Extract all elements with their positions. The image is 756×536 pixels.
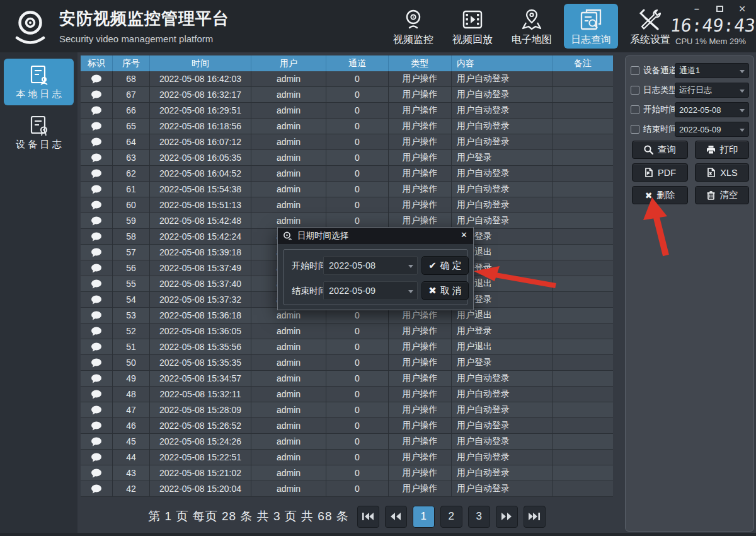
cell-channel: 0	[326, 103, 389, 119]
cell-type: 用户操作	[389, 323, 452, 339]
log-table-row[interactable]: 442022-05-08 15:22:51admin0用户操作用户自动登录	[81, 450, 613, 465]
log-table-row[interactable]: 422022-05-08 15:20:04admin0用户操作用户自动登录	[81, 481, 613, 497]
checkbox-end-time[interactable]	[631, 125, 639, 134]
table-header-row: 标识 序号 时间 用户 通道 类型 内容 备注	[81, 55, 613, 71]
comment-icon	[91, 169, 102, 178]
cell-time: 2022-05-08 15:42:48	[150, 213, 251, 229]
cell-time: 2022-05-08 15:51:13	[150, 197, 251, 213]
cell-time: 2022-05-08 15:35:35	[150, 355, 251, 371]
comment-icon	[91, 374, 102, 383]
log-table-row[interactable]: 622022-05-08 16:04:52admin0用户操作用户自动登录	[81, 166, 613, 182]
page-button-1[interactable]: 1	[413, 506, 435, 528]
maximize-icon[interactable]	[716, 6, 723, 12]
cell-num: 64	[113, 134, 150, 150]
cell-user: admin	[251, 87, 326, 103]
cell-user: admin	[251, 323, 326, 339]
cell-flag	[81, 465, 113, 481]
close-icon[interactable]: ✕	[737, 4, 747, 14]
nav-video-monitor[interactable]: 视频监控	[386, 4, 440, 49]
prev-page-button[interactable]	[385, 506, 407, 528]
nav-e-map[interactable]: 电子地图	[505, 4, 559, 49]
log-table-row[interactable]: 522022-05-08 15:36:05admin0用户操作用户登录	[81, 323, 613, 339]
dialog-webcam-icon	[283, 231, 292, 241]
cell-num: 43	[113, 465, 150, 481]
sidebar-item-local-logs[interactable]: 本 地 日 志	[4, 59, 74, 105]
log-table-row[interactable]: 672022-05-08 16:32:17admin0用户操作用户自动登录	[81, 87, 613, 103]
sidebar: 本 地 日 志 设 备 日 志	[0, 52, 77, 533]
pdf-file-icon	[644, 168, 653, 177]
next-page-button[interactable]	[496, 506, 518, 528]
button-label: PDF	[658, 168, 676, 178]
dialog-start-label: 开始时间	[292, 260, 327, 272]
nav-log-query[interactable]: 日志查询	[564, 4, 618, 49]
log-table-row[interactable]: 682022-05-08 16:42:03admin0用户操作用户自动登录	[81, 71, 613, 87]
log-type-dropdown[interactable]: 运行日志	[675, 83, 749, 98]
dialog-close-icon[interactable]: ✕	[461, 230, 467, 240]
log-table-row[interactable]: 632022-05-08 16:05:35admin0用户操作用户登录	[81, 150, 613, 166]
nav-video-playback[interactable]: 视频回放	[445, 4, 500, 49]
checkbox-log-type[interactable]	[631, 86, 639, 95]
dialog-title-bar[interactable]: 日期时间选择 ✕	[278, 228, 473, 244]
start-time-dropdown[interactable]: 2022-05-08	[675, 102, 749, 117]
last-page-button[interactable]	[524, 506, 546, 528]
cell-content: 用户自动登录	[452, 182, 553, 197]
log-table-row[interactable]: 472022-05-08 15:28:09admin0用户操作用户自动登录	[81, 402, 613, 418]
log-table-row[interactable]: 452022-05-08 15:24:26admin0用户操作用户自动登录	[81, 434, 613, 450]
cell-type: 用户操作	[389, 371, 452, 387]
cell-user: admin	[251, 182, 326, 197]
cell-channel: 0	[326, 481, 389, 497]
log-table-row[interactable]: 612022-05-08 15:54:38admin0用户操作用户自动登录	[81, 182, 613, 197]
log-table-row[interactable]: 642022-05-08 16:07:12admin0用户操作用户自动登录	[81, 134, 613, 150]
print-button[interactable]: 打印	[695, 141, 749, 159]
log-table-row[interactable]: 602022-05-08 15:51:13admin0用户操作用户自动登录	[81, 197, 613, 213]
cell-note	[553, 71, 613, 87]
nav-label: 日志查询	[571, 33, 611, 47]
main-nav: 视频监控 视频回放 电子地图	[386, 4, 677, 49]
comment-icon	[91, 122, 102, 131]
chevron-down-icon	[740, 109, 745, 112]
cell-type: 用户操作	[389, 387, 452, 402]
clear-button[interactable]: 清空	[695, 186, 749, 204]
checkbox-start-time[interactable]	[631, 105, 639, 114]
search-button[interactable]: 查询	[632, 141, 688, 159]
channel-dropdown[interactable]: 通道1	[675, 63, 749, 78]
end-time-dropdown[interactable]: 2022-05-09	[675, 122, 749, 137]
log-table-row[interactable]: 432022-05-08 15:21:02admin0用户操作用户自动登录	[81, 465, 613, 481]
first-page-button[interactable]	[357, 506, 379, 528]
dialog-cancel-button[interactable]: ✖ 取 消	[421, 281, 469, 300]
cell-type: 用户操作	[389, 197, 452, 213]
cell-flag	[81, 371, 113, 387]
comment-icon	[91, 201, 102, 210]
minimize-icon[interactable]: –	[692, 4, 702, 14]
dialog-start-dropdown[interactable]: 2022-05-08	[323, 256, 418, 275]
log-table-row[interactable]: 492022-05-08 15:34:57admin0用户操作用户自动登录	[81, 371, 613, 387]
comment-icon	[91, 90, 102, 100]
button-label: 确 定	[440, 260, 462, 272]
pdf-export-button[interactable]: PDF	[632, 163, 688, 182]
log-table-row[interactable]: 662022-05-08 16:29:51admin0用户操作用户自动登录	[81, 103, 613, 119]
app-title: 安防视频监控管理平台	[59, 8, 229, 30]
log-table-row[interactable]: 462022-05-08 15:26:52admin0用户操作用户自动登录	[81, 418, 613, 434]
nav-label: 视频监控	[393, 33, 433, 47]
log-table-row[interactable]: 502022-05-08 15:35:35admin0用户操作用户登录	[81, 355, 613, 371]
dialog-end-dropdown[interactable]: 2022-05-09	[323, 281, 418, 300]
cell-channel: 0	[326, 387, 389, 402]
cell-num: 52	[113, 323, 150, 339]
page-button-2[interactable]: 2	[440, 506, 462, 528]
comment-icon	[91, 390, 102, 399]
cell-time: 2022-05-08 16:07:12	[150, 134, 251, 150]
xls-export-button[interactable]: XLS	[695, 163, 749, 182]
cell-num: 46	[113, 418, 150, 434]
comment-icon	[91, 469, 102, 478]
page-button-3[interactable]: 3	[468, 506, 490, 528]
dialog-ok-button[interactable]: ✔ 确 定	[421, 256, 469, 275]
sidebar-item-device-logs[interactable]: 设 备 日 志	[4, 109, 74, 156]
log-table-row[interactable]: 652022-05-08 16:18:56admin0用户操作用户自动登录	[81, 119, 613, 134]
cell-note	[553, 166, 613, 182]
log-table-row[interactable]: 512022-05-08 15:35:56admin0用户操作用户退出	[81, 339, 613, 355]
delete-button[interactable]: ✖ 删除	[632, 186, 688, 204]
checkbox-device-channel[interactable]	[631, 66, 639, 75]
log-table-row[interactable]: 482022-05-08 15:32:11admin0用户操作用户自动登录	[81, 387, 613, 402]
cell-content: 用户登录	[452, 355, 553, 371]
cell-flag	[81, 229, 113, 245]
